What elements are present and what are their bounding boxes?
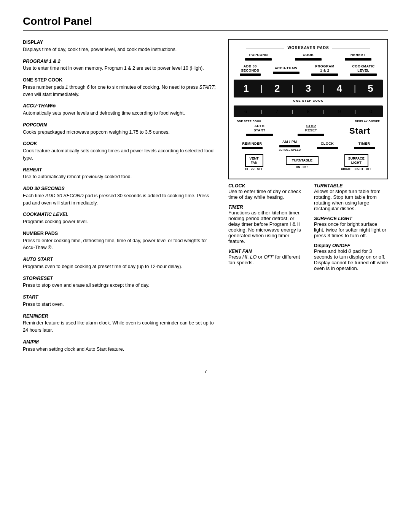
section-body-add30: Each time ADD 30 SECOND pad is pressed 3…	[23, 192, 217, 207]
key-2[interactable]: 2	[274, 83, 280, 94]
key-5[interactable]: 5	[368, 83, 373, 94]
turntable-section-body: Allows or stops turn table from rotating…	[314, 189, 388, 211]
below-panel-descriptions: CLOCK Use to enter time of day or check …	[228, 183, 388, 276]
section-title-autostart: AUTO START	[23, 256, 217, 263]
key-9[interactable]: 9	[338, 109, 341, 114]
ampm-pad[interactable]: AM / PM SCROLL SPEED	[279, 140, 301, 151]
key-8[interactable]: 8	[307, 109, 309, 114]
turntable-box: TURNTABLE	[286, 156, 319, 165]
stop-reset-bar	[298, 134, 324, 136]
reheat-pad[interactable]: REHEAT	[345, 53, 371, 61]
key-7[interactable]: 7	[276, 109, 278, 114]
clock-label: CLOCK	[321, 142, 334, 146]
number-row-2: 6 | 7 | 8 | 9 | 0 ONE STEP COOK DISPLAY …	[234, 105, 383, 117]
section-ampm: AM/PM Press when setting clock and Auto …	[23, 339, 217, 353]
section-body-reminder: Reminder feature is used like alarm cloc…	[23, 320, 217, 334]
section-title-accuthaw: ACCU-THAW®	[23, 102, 217, 110]
timer-section-body: Functions as either kitchen timer, holdi…	[228, 210, 303, 244]
ventfan-section-body: Press HI, LO or OFF for different fan sp…	[228, 254, 303, 265]
cookmatic-label: COOKMATICLEVEL	[352, 64, 374, 73]
section-body-numberpads: Press to enter cooking time, defrosting …	[23, 237, 217, 252]
cook-bar	[295, 58, 322, 61]
clock-bar	[317, 147, 338, 149]
displayonoff-section-body: Press and hold 0 pad for 3 seconds to tu…	[314, 248, 388, 271]
cook-pad[interactable]: COOK	[295, 53, 322, 61]
below-left-col: CLOCK Use to enter time of day or check …	[228, 183, 303, 276]
section-onestepcook: ONE STEP COOK Press number pads 1 throug…	[23, 77, 217, 98]
section-cookmatic: COOKMATIC LEVEL Programs cooking power l…	[23, 211, 217, 225]
control-panel-graphic: WORKSAVER PADS POPCORN COOK REHEAT	[228, 39, 388, 179]
surfacelight-section-body: Press once for bright surface light, twi…	[314, 221, 388, 238]
cook-label: COOK	[303, 53, 314, 57]
section-body-stopreset: Press to stop oven and erase all setting…	[23, 282, 217, 289]
ventfan-section-title: VENT FAN	[228, 249, 303, 254]
section-title-numberpads: NUMBER PADS	[23, 230, 217, 237]
section-body-accuthaw: Automatically sets power levels and defr…	[23, 110, 217, 117]
reheat-label: REHEAT	[350, 53, 365, 57]
clock-pad[interactable]: CLOCK	[317, 142, 338, 149]
ampm-label: AM / PM	[282, 140, 297, 144]
section-popcorn: POPCORN Cooks prepackaged microwave popc…	[23, 121, 217, 136]
timer-pad[interactable]: TIMER	[354, 142, 375, 149]
section-title-start: START	[23, 294, 217, 301]
section-displayonoff: Display ON/OFF Press and hold 0 pad for …	[314, 243, 388, 271]
section-body-start: Press to start oven.	[23, 301, 217, 308]
reminder-bar	[242, 147, 263, 149]
program12-bar	[311, 73, 338, 76]
section-title-ampm: AM/PM	[23, 339, 217, 346]
section-body-cookmatic: Programs cooking power level.	[23, 218, 217, 225]
section-title-add30: ADD 30 SECONDS	[23, 185, 217, 192]
left-column: DISPLAY Displays time of day, cook time,…	[23, 39, 217, 357]
timer-label: TIMER	[358, 142, 370, 146]
section-title-cook: COOK	[23, 140, 217, 147]
section-reminder: REMINDER Reminder feature is used like a…	[23, 313, 217, 334]
stop-reset-label: STOPRESET	[305, 124, 317, 133]
reminder-pad[interactable]: REMINDER	[242, 142, 263, 149]
popcorn-bar	[245, 58, 272, 61]
row2-sub-right: DISPLAY ON/OFF	[355, 120, 380, 123]
section-body-onestepcook: Press number pads 1 through 6 for one to…	[23, 84, 217, 98]
key-0[interactable]: 0	[370, 109, 372, 114]
cookmatic-pad[interactable]: COOKMATICLEVEL	[350, 64, 377, 76]
accuthaw-pad[interactable]: ACCU-THAW	[273, 66, 299, 74]
section-reheat: REHEAT Use to automatically reheat previ…	[23, 166, 217, 181]
section-turntable: TURNTABLE Allows or stops turn table fro…	[314, 183, 388, 211]
section-title-stopreset: STOP/RESET	[23, 275, 217, 282]
section-body-ampm: Press when setting clock and Auto Start …	[23, 346, 217, 353]
page-number: 7	[23, 369, 388, 374]
section-title-program12: PROGRAM 1 & 2	[23, 58, 217, 65]
auto-start-pad[interactable]: AUTOSTART	[246, 124, 273, 136]
add30-pad[interactable]: ADD 30SECONDS	[240, 64, 261, 76]
stop-reset-pad[interactable]: STOPRESET	[298, 124, 324, 136]
add30-bar	[240, 73, 261, 76]
section-start: START Press to start oven.	[23, 294, 217, 308]
add30-label: ADD 30SECONDS	[241, 64, 259, 73]
program12-pad[interactable]: PROGRAM1 & 2	[311, 64, 338, 76]
turntable-pad[interactable]: TURNTABLE ON · OFF	[286, 156, 319, 168]
reheat-bar	[345, 58, 371, 61]
key-1[interactable]: 1	[243, 83, 249, 94]
vent-fan-sub: HI · LO · OFF	[245, 168, 263, 170]
worksaver-label: WORKSAVER PADS	[234, 46, 383, 50]
auto-start-label: AUTOSTART	[253, 124, 265, 133]
key-6[interactable]: 6	[244, 109, 247, 114]
surface-light-box: SURFACELIGHT	[344, 154, 368, 167]
accuthaw-bar	[273, 72, 299, 74]
vent-fan-pad[interactable]: VENTFAN HI · LO · OFF	[245, 154, 263, 171]
displayonoff-section-title: Display ON/OFF	[314, 243, 388, 248]
cookmatic-bar	[350, 73, 377, 76]
control-row: AUTOSTART STOPRESET Start	[234, 124, 383, 136]
section-program12: PROGRAM 1 & 2 Use to enter time not in o…	[23, 58, 217, 72]
key-4[interactable]: 4	[336, 83, 342, 94]
section-body-cook: Cook feature automatically sets cooking …	[23, 147, 217, 162]
key-3[interactable]: 3	[306, 83, 311, 94]
popcorn-pad[interactable]: POPCORN	[245, 53, 272, 61]
reminder-label: REMINDER	[242, 142, 262, 146]
start-pad[interactable]: Start	[349, 126, 370, 136]
section-surfacelight: SURFACE LIGHT Press once for bright surf…	[314, 216, 388, 238]
panel-row-2: ADD 30SECONDS ACCU-THAW PROGRAM1 & 2 COO…	[234, 64, 383, 76]
surface-light-pad[interactable]: SURFACELIGHT BRIGHT · NIGHT · OFF	[341, 154, 371, 171]
section-cook: COOK Cook feature automatically sets coo…	[23, 140, 217, 161]
turntable-sub: ON · OFF	[296, 166, 309, 168]
section-ventfan: VENT FAN Press HI, LO or OFF for differe…	[228, 249, 303, 265]
